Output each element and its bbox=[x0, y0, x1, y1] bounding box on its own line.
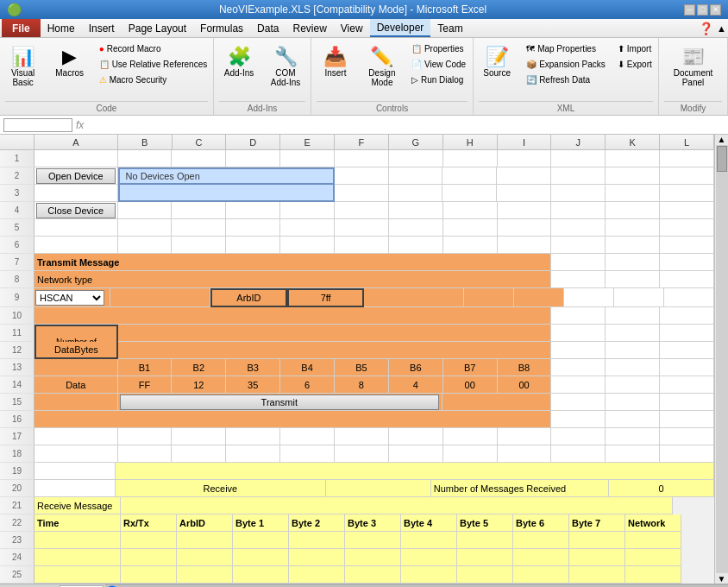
cell-e24[interactable] bbox=[289, 549, 345, 566]
formula-input[interactable] bbox=[87, 120, 725, 130]
cell-e25[interactable] bbox=[289, 566, 345, 584]
com-addins-button[interactable]: 🔧 COM Add-Ins bbox=[264, 41, 307, 92]
cell-c6[interactable] bbox=[172, 237, 226, 254]
cell-12[interactable]: 12 bbox=[172, 376, 226, 394]
cell-arbid-value[interactable]: 7ff bbox=[287, 288, 364, 307]
cell-i2[interactable] bbox=[497, 167, 551, 185]
cell-j12[interactable] bbox=[551, 342, 606, 359]
cell-j17[interactable] bbox=[551, 428, 606, 445]
cell-h3[interactable] bbox=[442, 185, 497, 202]
cell-h2[interactable] bbox=[442, 167, 497, 185]
cell-j2[interactable] bbox=[551, 167, 606, 185]
cell-f2[interactable] bbox=[335, 167, 389, 185]
cell-e17[interactable] bbox=[280, 428, 335, 445]
cell-j7[interactable] bbox=[551, 254, 606, 271]
cell-j24[interactable] bbox=[569, 549, 625, 566]
cell-l13[interactable] bbox=[660, 359, 714, 376]
cell-k18[interactable] bbox=[606, 445, 660, 463]
cell-c25[interactable] bbox=[177, 566, 233, 584]
cell-e4[interactable] bbox=[280, 202, 335, 219]
cell-i18[interactable] bbox=[498, 445, 552, 463]
cell-a12-databytes-val[interactable]: DataBytes bbox=[35, 342, 118, 359]
cell-h23[interactable] bbox=[457, 532, 513, 549]
cell-j23[interactable] bbox=[569, 532, 625, 549]
insert-button[interactable]: 📥 Insert bbox=[314, 41, 357, 82]
cell-d18[interactable] bbox=[226, 445, 280, 463]
cell-e5[interactable] bbox=[280, 219, 335, 237]
cell-a6[interactable] bbox=[35, 237, 118, 254]
cell-4[interactable]: 4 bbox=[389, 376, 443, 394]
expansion-packs-button[interactable]: 📦 Expansion Packs bbox=[522, 57, 610, 72]
scroll-down-button[interactable]: ▼ bbox=[718, 574, 726, 584]
cell-a7-transmit-msg[interactable]: Transmit Message bbox=[35, 254, 551, 271]
cell-i24[interactable] bbox=[513, 549, 569, 566]
menu-file[interactable]: File bbox=[2, 19, 41, 37]
cell-i25[interactable] bbox=[513, 566, 569, 584]
transmit-button[interactable]: Transmit bbox=[120, 394, 439, 410]
cell-j8[interactable] bbox=[551, 271, 606, 288]
cell-b23[interactable] bbox=[121, 532, 177, 549]
design-mode-button[interactable]: ✏️ Design Mode bbox=[361, 41, 404, 92]
cell-j16[interactable] bbox=[551, 411, 606, 428]
cell-l11[interactable] bbox=[660, 325, 714, 342]
cell-l6[interactable] bbox=[660, 237, 714, 254]
cell-a25[interactable] bbox=[35, 566, 121, 584]
cell-b6[interactable] bbox=[118, 237, 173, 254]
cell-k9[interactable] bbox=[614, 288, 664, 307]
properties-button[interactable]: 📋 Properties bbox=[407, 41, 470, 56]
cell-g9[interactable] bbox=[464, 288, 514, 307]
cell-a1[interactable] bbox=[35, 150, 118, 167]
macro-security-button[interactable]: ⚠ Macro Security bbox=[95, 73, 212, 87]
cell-d6[interactable] bbox=[226, 237, 280, 254]
cell-b5[interactable] bbox=[118, 219, 173, 237]
cell-e6[interactable] bbox=[280, 237, 335, 254]
cell-g23[interactable] bbox=[401, 532, 457, 549]
cell-l9[interactable] bbox=[664, 288, 714, 307]
cell-i17[interactable] bbox=[498, 428, 552, 445]
cell-i23[interactable] bbox=[513, 532, 569, 549]
cell-l18[interactable] bbox=[660, 445, 714, 463]
menu-data[interactable]: Data bbox=[250, 19, 286, 37]
cell-j9[interactable] bbox=[564, 288, 614, 307]
open-device-button[interactable]: Open Device bbox=[36, 168, 116, 184]
cell-e23[interactable] bbox=[289, 532, 345, 549]
cell-j3[interactable] bbox=[551, 185, 606, 202]
cell-d17[interactable] bbox=[226, 428, 280, 445]
cell-k24[interactable] bbox=[625, 549, 681, 566]
cell-f24[interactable] bbox=[345, 549, 401, 566]
cell-g4[interactable] bbox=[389, 202, 443, 219]
cell-h6[interactable] bbox=[443, 237, 498, 254]
menu-team[interactable]: Team bbox=[430, 19, 469, 37]
cell-k8[interactable] bbox=[606, 271, 660, 288]
cell-b21[interactable] bbox=[121, 497, 673, 514]
cell-l15[interactable] bbox=[660, 394, 714, 411]
cell-h4[interactable] bbox=[443, 202, 498, 219]
help-icon[interactable]: ❓ bbox=[699, 22, 713, 35]
cell-l8[interactable] bbox=[660, 271, 714, 288]
record-macro-button[interactable]: ● Record Macro bbox=[95, 41, 212, 56]
cell-g25[interactable] bbox=[401, 566, 457, 584]
cell-a15[interactable] bbox=[35, 394, 118, 411]
cell-a10[interactable] bbox=[35, 307, 551, 325]
cell-a2[interactable]: Open Device bbox=[35, 167, 118, 185]
cell-d25[interactable] bbox=[233, 566, 289, 584]
cell-f1[interactable] bbox=[335, 150, 389, 167]
cell-l5[interactable] bbox=[660, 219, 714, 237]
menu-view[interactable]: View bbox=[334, 19, 370, 37]
cell-g2[interactable] bbox=[389, 167, 443, 185]
menu-formulas[interactable]: Formulas bbox=[193, 19, 250, 37]
cell-a23[interactable] bbox=[35, 532, 121, 549]
cell-l14[interactable] bbox=[660, 376, 714, 394]
cell-g24[interactable] bbox=[401, 549, 457, 566]
cell-j14[interactable] bbox=[551, 376, 606, 394]
cell-f17[interactable] bbox=[335, 428, 389, 445]
cell-b15-transmit[interactable]: Transmit bbox=[118, 394, 443, 411]
cell-k7[interactable] bbox=[606, 254, 660, 271]
cell-h17[interactable] bbox=[443, 428, 498, 445]
cell-k14[interactable] bbox=[606, 376, 660, 394]
cell-f18[interactable] bbox=[335, 445, 389, 463]
cell-b18[interactable] bbox=[118, 445, 173, 463]
cell-k15[interactable] bbox=[606, 394, 660, 411]
maximize-button[interactable]: □ bbox=[697, 4, 708, 16]
export-button[interactable]: ⬇ Export bbox=[613, 57, 656, 72]
